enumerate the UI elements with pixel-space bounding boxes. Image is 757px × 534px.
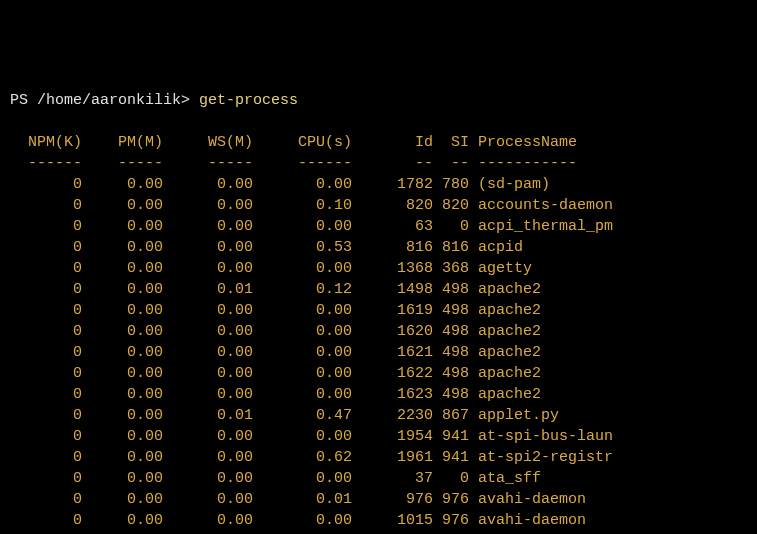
table-row: 0 0.00 0.00 0.00 63 0 acpi_thermal_pm [10,216,747,237]
table-row: 0 0.00 0.00 0.00 1368 368 agetty [10,258,747,279]
table-row: 0 0.00 0.00 0.53 816 816 acpid [10,237,747,258]
table-row: 0 0.00 0.00 0.00 1620 498 apache2 [10,321,747,342]
table-row: 0 0.00 0.00 0.00 1621 498 apache2 [10,342,747,363]
command-text: get-process [199,92,298,109]
table-row: 0 0.00 0.01 0.47 2230 867 applet.py [10,405,747,426]
table-row: 0 0.00 0.00 0.62 1961 941 at-spi2-regist… [10,447,747,468]
table-row: 0 0.00 0.00 0.00 1015 976 avahi-daemon [10,510,747,531]
table-separator: ------ ----- ----- ------ -- -- --------… [10,153,747,174]
prompt-gt: > [181,92,199,109]
table-row: 0 0.00 0.00 0.00 1623 498 apache2 [10,384,747,405]
table-row: 0 0.00 0.00 0.00 1622 498 apache2 [10,363,747,384]
table-row: 0 0.00 0.01 0.12 1498 498 apache2 [10,279,747,300]
table-row: 0 0.00 0.00 0.00 37 0 ata_sff [10,468,747,489]
prompt-line[interactable]: PS /home/aaronkilik> get-process [10,90,747,111]
prompt-path: /home/aaronkilik [37,92,181,109]
table-header: NPM(K) PM(M) WS(M) CPU(s) Id SI ProcessN… [10,132,747,153]
prompt-ps: PS [10,92,37,109]
table-row: 0 0.00 0.00 0.10 820 820 accounts-daemon [10,195,747,216]
table-row: 0 0.00 0.00 0.00 1619 498 apache2 [10,300,747,321]
table-row: 0 0.00 0.00 0.00 1782 780 (sd-pam) [10,174,747,195]
table-row: 0 0.00 0.00 0.01 976 976 avahi-daemon [10,489,747,510]
terminal-output: PS /home/aaronkilik> get-process NPM(K) … [10,90,747,534]
table-row: 0 0.00 0.00 0.00 1954 941 at-spi-bus-lau… [10,426,747,447]
